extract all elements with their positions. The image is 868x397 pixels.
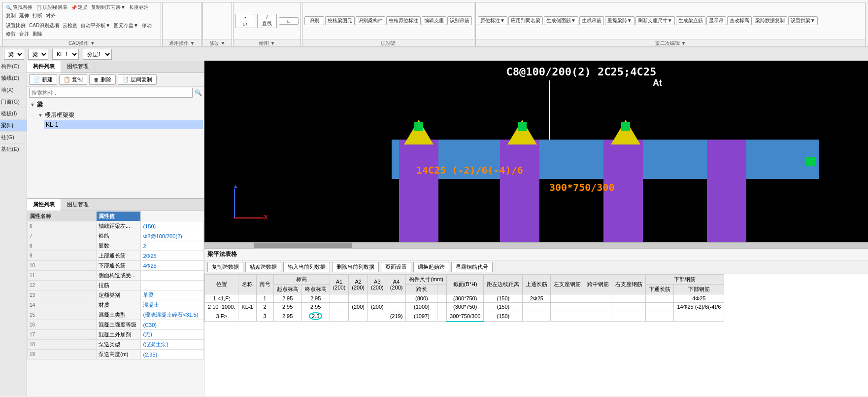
property-row: 6轴线距梁左...(150)	[28, 221, 204, 231]
tab-component-list[interactable]: 构件列表	[27, 61, 61, 72]
prop-value[interactable]: (无)	[141, 330, 204, 340]
btn-delete-component[interactable]: 🗑 删除	[89, 74, 116, 85]
cad-scrollbar[interactable]	[204, 242, 868, 248]
btn-move[interactable]: 移动	[140, 22, 153, 30]
layer-select[interactable]: 分层1	[83, 49, 112, 60]
menu-item-slab[interactable]: 楼板(I)	[0, 108, 27, 120]
btn-auto-align[interactable]: 自动平齐板▼	[79, 22, 112, 30]
btn-check-elevation[interactable]: 查改标高	[727, 16, 752, 25]
prop-value[interactable]: (混凝土泵)	[141, 340, 204, 350]
btn-line[interactable]: / 直线	[257, 14, 277, 28]
menu-item-axis[interactable]: 轴线(D)	[0, 72, 27, 84]
cad-scrollbar-thumb[interactable]	[254, 243, 352, 248]
data-table-row[interactable]: 3 F> 3 2.95 2.5 (219) (1097) 300*750/300…	[205, 311, 724, 322]
element-type-select[interactable]: 梁	[4, 49, 24, 60]
tree-floor-frame-beam[interactable]: ▼ 楼层框架梁	[36, 110, 203, 120]
btn-break[interactable]: 打断	[31, 12, 44, 20]
menu-item-beam[interactable]: 梁(L)	[0, 120, 27, 132]
btn-input-col[interactable]: 输入当前列数据	[283, 262, 330, 272]
btn-copy-component[interactable]: 📋 复制	[59, 74, 87, 85]
cell-end-h[interactable]: 2.95	[301, 294, 330, 303]
data-table-row[interactable]: 1 <1,F; 1 2.95 2.95 (800) (300*750) (150…	[205, 294, 724, 303]
btn-merge[interactable]: 合并	[18, 30, 31, 38]
btn-rect[interactable]: □	[279, 17, 299, 25]
btn-check-beam-element[interactable]: 校核梁图元	[325, 16, 355, 25]
btn-set-arch-beam[interactable]: 设置拱梁▼	[788, 16, 818, 25]
prop-value[interactable]	[141, 271, 204, 281]
tab-properties[interactable]: 属性列表	[27, 199, 61, 211]
tab-drawing-management[interactable]: 图纸管理	[61, 61, 95, 72]
btn-element-save[interactable]: 图元存盘▼	[112, 22, 140, 30]
menu-item-wall[interactable]: 墙(X)	[0, 84, 27, 96]
data-table-container[interactable]: 位置 名称 跨号 标高 A1(200) A2(200) A3(200) A4(2…	[204, 274, 868, 396]
btn-cad-identify-options[interactable]: CAD识别选项	[28, 22, 61, 30]
btn-gen-hanger[interactable]: 生成吊筋	[579, 16, 604, 25]
menu-item-column[interactable]: 柱(G)	[0, 132, 27, 144]
prop-value[interactable]: 2Φ25	[141, 251, 204, 261]
btn-floor-copy[interactable]: 📑 层间复制	[118, 74, 157, 85]
btn-switch-start-span[interactable]: 调换起始跨	[413, 262, 449, 272]
btn-identify-floor[interactable]: 📋 识别楼层表	[34, 3, 69, 11]
btn-apply-same-name[interactable]: 应用到同名梁	[508, 16, 543, 25]
prop-value[interactable]: 单梁	[141, 290, 204, 300]
btn-length-mark[interactable]: 长度标注	[128, 3, 150, 11]
tree-beam-root[interactable]: ▼ 梁	[28, 100, 203, 110]
prop-value[interactable]: (现浇混凝土碎石<31.5)	[141, 310, 204, 320]
btn-new-component[interactable]: 📄 新建	[29, 74, 57, 85]
cad-canvas[interactable]: C8@100/200(2) 2C25;4C25 14C25 (-2)/6	[204, 61, 868, 248]
btn-original-mark[interactable]: 原位标注▼	[478, 16, 507, 25]
prop-value[interactable]: 2	[141, 241, 204, 251]
btn-delete-col[interactable]: 删除当前列数据	[332, 262, 379, 272]
cell-end-h[interactable]: 2.95	[301, 303, 330, 311]
btn-cloud-check[interactable]: 云检查	[61, 22, 79, 30]
btn-edit-support[interactable]: 编辑支座	[422, 16, 446, 25]
menu-item-door-window[interactable]: 门窗(G)	[0, 96, 27, 108]
search-input[interactable]	[29, 88, 193, 98]
search-icon[interactable]: 🔍	[195, 89, 202, 96]
btn-extend[interactable]: 延伸	[18, 12, 31, 20]
tree-kl1[interactable]: KL-1	[44, 120, 203, 129]
axis-at-label: At	[653, 78, 662, 88]
btn-re-extract-span[interactable]: 重提梁跨▼	[605, 16, 634, 25]
btn-find-replace[interactable]: 🔍 查找替换	[4, 3, 34, 11]
property-row: 16混凝土强度等级(C30)	[28, 320, 204, 330]
btn-trim[interactable]: 修剪	[4, 30, 17, 38]
prop-value[interactable]: (150)	[141, 221, 204, 231]
btn-gen-side-rebar[interactable]: 生成侧面筋▼	[544, 16, 578, 25]
btn-point[interactable]: • 点	[235, 14, 255, 28]
menu-item-foundation[interactable]: 基础(E)	[0, 144, 27, 155]
prop-value[interactable]: 混凝土	[141, 300, 204, 310]
cell-end-h[interactable]: 2.5	[301, 311, 330, 322]
green-sq-2	[518, 122, 527, 131]
btn-copy[interactable]: 复制	[4, 12, 17, 20]
btn-identify-hanger[interactable]: 识别吊筋	[447, 16, 472, 25]
cell-bot-rebar	[674, 311, 724, 322]
btn-copy-span-data[interactable]: 梁跨数据复制	[753, 16, 787, 25]
btn-align[interactable]: 对齐	[44, 12, 57, 20]
btn-set-scale[interactable]: 设置比例	[4, 22, 27, 30]
btn-page-setup[interactable]: 页面设置	[381, 262, 411, 272]
prop-value[interactable]: (C30)	[141, 320, 204, 330]
btn-identify-beam-member[interactable]: 识别梁构件	[356, 16, 385, 25]
btn-show-rebar-code[interactable]: 显露钢筋代号	[451, 262, 493, 272]
member-select[interactable]: KL-1	[52, 49, 79, 60]
column-2	[500, 140, 539, 248]
btn-copy-span[interactable]: 复制跨数据	[207, 262, 243, 272]
beam-type-select[interactable]: 梁	[28, 49, 48, 60]
data-table-row[interactable]: 2 10+1000, KL-1 2 2.95 2.95 (200) (200) …	[205, 303, 724, 311]
btn-paste-span[interactable]: 粘贴跨数据	[245, 262, 281, 272]
btn-delete[interactable]: 删除	[31, 30, 44, 38]
tab-layer-management[interactable]: 图层管理	[61, 199, 95, 211]
btn-show-hanger[interactable]: 显示吊	[706, 16, 726, 25]
btn-identify[interactable]: 识别	[304, 16, 324, 25]
btn-refresh-support-size[interactable]: 刷新支座尺寸▼	[635, 16, 675, 25]
btn-define[interactable]: 📌 定义	[69, 3, 89, 11]
prop-value[interactable]: (2.95)	[141, 350, 204, 360]
prop-value[interactable]: 4Φ25	[141, 261, 204, 271]
prop-value[interactable]: Φ8@100/200(2)	[141, 231, 204, 241]
prop-value[interactable]	[141, 281, 204, 290]
btn-copy-to-layer[interactable]: 复制到其它层▼	[90, 3, 127, 11]
btn-gen-frame-rebar[interactable]: 生成架立筋	[676, 16, 705, 25]
menu-item-component[interactable]: 构件(C)	[0, 61, 27, 72]
btn-check-original-mark[interactable]: 校核原位标注	[386, 16, 421, 25]
